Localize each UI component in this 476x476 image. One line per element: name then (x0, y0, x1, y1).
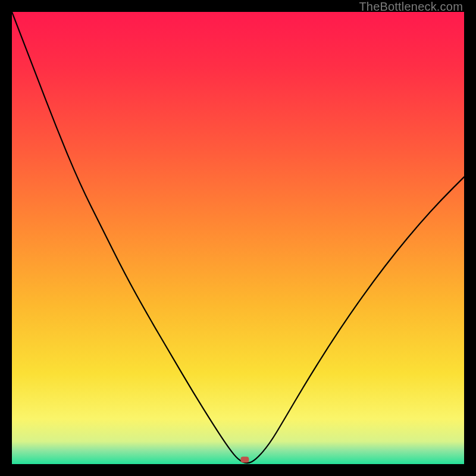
plot-area (12, 12, 464, 464)
bottleneck-curve (12, 12, 464, 463)
curve-svg (12, 12, 464, 464)
chart-frame: TheBottleneck.com (0, 0, 476, 476)
minimum-marker (240, 456, 249, 462)
